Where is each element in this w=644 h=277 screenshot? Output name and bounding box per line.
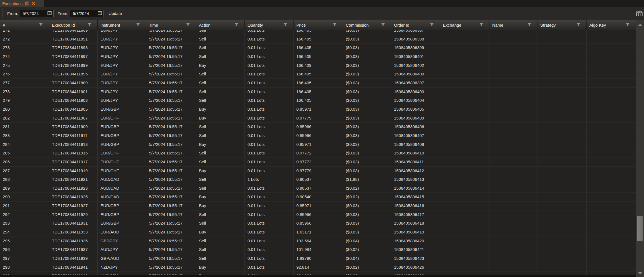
column-chooser-icon[interactable] [636,10,643,17]
column-header-algo-key[interactable]: Algo Key [587,20,636,30]
cell-commission: ($0.03) [343,158,391,166]
cell-exchange [440,52,489,61]
table-row[interactable]: 292TDE170884411929EUR/GBP5/7/2024 16:55:… [0,210,636,219]
vertical-scrollbar[interactable] [636,20,644,277]
cell-quantity: 0.01 Lots [245,44,294,52]
cell-order-id: 1508405806401 [391,52,440,61]
column-header-label: Action [199,23,211,27]
cell-number: 281 [0,123,49,131]
table-row[interactable]: 273TDE170884411893EUR/JPY5/7/2024 16:55:… [0,44,636,52]
close-icon[interactable] [32,2,35,5]
table-row[interactable]: 285TDE170884411915EUR/CHF5/7/2024 16:55:… [0,149,636,158]
table-row[interactable]: 284TDE170884411913EUR/GBP5/7/2024 16:55:… [0,140,636,149]
table-row[interactable]: 296TDE170884411937AUD/JPY5/7/2024 16:55:… [0,245,636,254]
scrollbar-down-button[interactable] [636,269,644,277]
from-date-input-1[interactable]: 5/7/2024 7 [20,10,54,17]
cell-action: Sell [196,210,245,219]
filter-funnel-icon[interactable] [430,23,434,27]
cell-algo-key [587,70,636,78]
cell-algo-key [587,131,636,140]
cell-exchange [440,61,489,70]
cell-order-id: 1508405806409 [391,114,440,123]
cell-action: Sell [196,131,245,140]
column-header-label: Order Id [394,23,409,27]
table-row[interactable]: 278TDE170884411901EUR/JPY5/7/2024 16:55:… [0,88,636,96]
cell-algo-key [587,35,636,44]
table-row[interactable]: 277TDE170884411889EUR/JPY5/7/2024 16:55:… [0,79,636,88]
table-row[interactable]: 287TDE170884411919EUR/CHF5/7/2024 16:55:… [0,167,636,176]
filter-funnel-icon[interactable] [576,23,580,27]
column-header-number[interactable]: # [0,20,49,30]
filter-funnel-icon[interactable] [626,23,630,27]
calendar-icon[interactable]: 7 [97,11,102,16]
table-row[interactable]: 293TDE170884411931EUR/GBP5/7/2024 16:55:… [0,219,636,228]
filter-funnel-icon[interactable] [333,23,337,27]
table-row[interactable]: 276TDE170884411895EUR/JPY5/7/2024 16:55:… [0,70,636,79]
toolbar: From: 5/7/2024 7 From: 5/7/2024 [0,7,644,20]
from-label-2: From: [57,11,68,16]
cell-algo-key [587,237,636,245]
column-header-label: Price [296,23,306,27]
filter-funnel-icon[interactable] [136,23,140,27]
cell-price: 0.85966 [294,219,343,228]
column-header-name[interactable]: Name [489,20,537,30]
cell-price: 0.85971 [294,202,343,210]
calendar-icon[interactable]: 7 [47,11,52,16]
column-header-action[interactable]: Action [196,20,245,30]
table-row[interactable]: 275TDE170884411899EUR/JPY5/7/2024 16:55:… [0,61,636,70]
column-header-order-id[interactable]: Order Id [391,20,440,30]
scrollbar-thumb[interactable] [637,216,643,241]
table-row[interactable]: 289TDE170884411923AUD/CAD5/7/2024 16:55:… [0,184,636,193]
table-row[interactable]: 290TDE170884411925AUD/CAD5/7/2024 16:55:… [0,193,636,202]
table-row[interactable]: 295TDE170884411935GBP/JPY5/7/2024 16:55:… [0,237,636,246]
table-row[interactable]: 288TDE170884411921AUD/CAD5/7/2024 16:55:… [0,175,636,184]
table-row[interactable]: 279TDE170884411903EUR/JPY5/7/2024 16:55:… [0,96,636,105]
scrollbar-up-button[interactable] [636,20,644,30]
filter-funnel-icon[interactable] [381,23,385,27]
filter-funnel-icon[interactable] [186,23,190,27]
table-row[interactable]: 282TDE170884411907EUR/CHF5/7/2024 16:55:… [0,114,636,123]
column-header-price[interactable]: Price [294,20,343,30]
table-row[interactable]: 281TDE170884411909EUR/GBP5/7/2024 16:55:… [0,123,636,131]
cell-strategy [537,70,587,78]
column-header-quantity[interactable]: Quantity [245,20,294,30]
table-row[interactable]: 298TDE170884411941NZD/JPY5/7/2024 16:55:… [0,263,636,272]
column-header-instrument[interactable]: Instrument [98,20,146,30]
table-row[interactable]: 297TDE170884411939GBP/AUD5/7/2024 16:55:… [0,254,636,263]
cell-commission: ($0.03) [343,123,391,131]
from-date-input-2[interactable]: 5/7/2024 7 [70,10,104,17]
table-row[interactable]: 271TDE170884411869EUR/JPY5/7/2024 16:55:… [0,30,636,35]
table-row[interactable]: 283TDE170884411911EUR/GBP5/7/2024 16:55:… [0,131,636,140]
filter-funnel-icon[interactable] [283,23,287,27]
table-row[interactable]: 291TDE170884411927EUR/GBP5/7/2024 16:55:… [0,202,636,210]
drag-grip[interactable] [2,9,3,18]
filter-funnel-icon[interactable] [527,23,531,27]
table-row[interactable]: 286TDE170884411917EUR/CHF5/7/2024 16:55:… [0,158,636,167]
column-header-commission[interactable]: Commission [343,20,391,30]
filter-funnel-icon[interactable] [87,23,92,27]
column-header-execution-id[interactable]: Execution Id [49,20,98,30]
column-header-strategy[interactable]: Strategy [537,20,587,30]
table-row[interactable]: 274TDE170884411897EUR/JPY5/7/2024 16:55:… [0,52,636,61]
tab-executions[interactable]: Executions [0,0,44,7]
cell-time: 5/7/2024 16:55:17 [146,114,196,123]
filter-funnel-icon[interactable] [234,23,239,27]
cell-strategy [537,167,587,175]
update-button[interactable]: Update [108,11,122,16]
cell-commission: ($0.03) [343,105,391,114]
cell-time: 5/7/2024 16:55:17 [146,52,196,61]
table-row[interactable]: 272TDE170884411891EUR/JPY5/7/2024 16:55:… [0,35,636,44]
table-row[interactable]: 294TDE170884411933EUR/AUD5/7/2024 16:55:… [0,228,636,237]
filter-funnel-icon[interactable] [479,23,483,27]
cell-instrument: EUR/GBP [98,219,146,228]
filter-funnel-icon[interactable] [39,23,43,27]
column-header-exchange[interactable]: Exchange [440,20,489,30]
cell-price: 0.90537 [294,184,343,193]
cell-name [489,114,537,123]
popout-icon[interactable] [25,1,29,6]
cell-execution-id: TDE170884411941 [49,263,98,272]
cell-algo-key [587,175,636,184]
table-row[interactable]: 280TDE170884411905EUR/GBP5/7/2024 16:55:… [0,105,636,114]
column-header-time[interactable]: Time [146,20,196,30]
cell-exchange [440,193,489,201]
